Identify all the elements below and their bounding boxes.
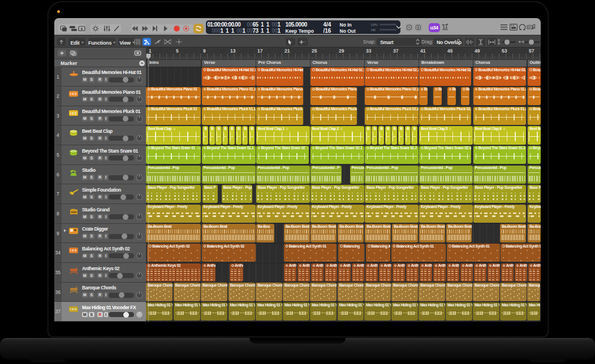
svg-text:S: S [417, 25, 420, 29]
